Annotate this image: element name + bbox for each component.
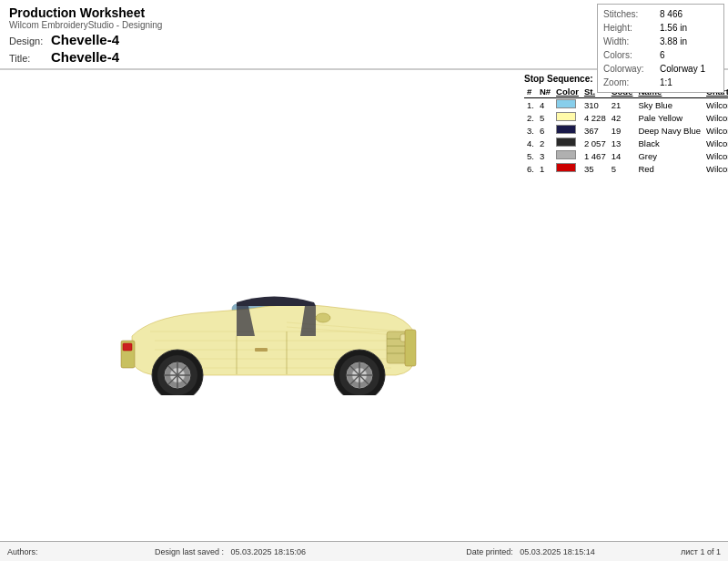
cell-chart: Wilcom: [703, 124, 728, 137]
table-row: 3. 6 367 19 Deep Navy Blue Wilcom: [524, 124, 728, 137]
cell-num: 4.: [524, 137, 537, 149]
cell-chart: Wilcom: [703, 162, 728, 175]
footer-printed-date: 05.03.2025 18:15:14: [520, 547, 595, 556]
info-val: 6: [660, 48, 665, 62]
cell-n: 6: [537, 124, 553, 137]
cell-num: 5.: [524, 149, 537, 162]
cell-st: 310: [581, 98, 609, 112]
cell-color: [553, 111, 581, 124]
cell-color: [553, 124, 581, 137]
table-row: 4. 2 2 057 13 Black Wilcom: [524, 137, 728, 149]
cell-code: 13: [609, 137, 636, 149]
info-val: Colorway 1: [660, 62, 705, 76]
table-row: 6. 1 35 5 Red Wilcom: [524, 162, 728, 175]
cell-code: 19: [609, 124, 636, 137]
info-key: Height:: [603, 21, 656, 35]
cell-code: 21: [609, 98, 636, 112]
cell-code: 14: [609, 149, 636, 162]
footer-saved-label: Design last saved :: [155, 547, 224, 556]
car-svg: [86, 213, 432, 395]
col-header-num: #: [524, 86, 537, 98]
info-row: Height:1.56 in: [603, 21, 718, 35]
cell-name: Deep Navy Blue: [635, 124, 703, 137]
cell-num: 1.: [524, 98, 537, 112]
cell-num: 6.: [524, 162, 537, 175]
cell-name: Red: [635, 162, 703, 175]
design-label: Design:: [9, 36, 46, 46]
main-content: Stop Sequence: # N# Color St. Code Name …: [0, 69, 728, 537]
footer-printed: Date printed: 05.03.2025 18:15:14: [380, 547, 681, 556]
color-swatch: [556, 138, 576, 147]
cell-st: 2 057: [581, 137, 609, 149]
col-header-n: N#: [537, 86, 553, 98]
title-label: Title:: [9, 53, 46, 64]
table-row: 2. 5 4 228 42 Pale Yellow Wilcom: [524, 111, 728, 124]
info-row: Zoom:1:1: [603, 76, 718, 89]
stop-sequence-panel: Stop Sequence: # N# Color St. Code Name …: [519, 70, 728, 537]
info-key: Width:: [603, 35, 656, 48]
color-swatch: [556, 112, 576, 121]
cell-st: 1 467: [581, 149, 609, 162]
cell-chart: Wilcom: [703, 111, 728, 124]
info-row: Colorway:Colorway 1: [603, 62, 718, 76]
cell-n: 2: [537, 137, 553, 149]
svg-point-37: [316, 313, 330, 322]
cell-st: 367: [581, 124, 609, 137]
col-header-color: Color: [553, 86, 581, 98]
color-swatch: [556, 125, 576, 134]
footer-saved: Design last saved : 05.03.2025 18:15:06: [80, 547, 380, 556]
cell-num: 2.: [524, 111, 537, 124]
stop-sequence-table: # N# Color St. Code Name Chart 1. 4 310 …: [524, 86, 728, 175]
cell-code: 5: [609, 162, 636, 175]
cell-st: 35: [581, 162, 609, 175]
info-row: Stitches:8 466: [603, 7, 718, 21]
info-val: 1.56 in: [660, 21, 687, 35]
cell-name: Pale Yellow: [635, 111, 703, 124]
cell-name: Black: [635, 137, 703, 149]
color-swatch: [556, 150, 576, 159]
title-value: Chevelle-4: [51, 49, 119, 65]
info-panel: Stitches:8 466Height:1.56 inWidth:3.88 i…: [597, 4, 724, 93]
cell-n: 1: [537, 162, 553, 175]
cell-name: Grey: [635, 149, 703, 162]
info-val: 1:1: [660, 76, 672, 89]
design-value: Chevelle-4: [51, 32, 119, 47]
cell-code: 42: [609, 111, 636, 124]
svg-rect-16: [123, 343, 132, 351]
cell-chart: Wilcom: [703, 149, 728, 162]
info-key: Stitches:: [603, 7, 656, 21]
info-val: 8 466: [660, 7, 682, 21]
footer-page: лист 1 of 1: [681, 547, 721, 556]
cell-color: [553, 98, 581, 112]
footer-saved-date: 05.03.2025 18:15:06: [231, 547, 307, 556]
cell-color: [553, 149, 581, 162]
cell-color: [553, 162, 581, 175]
cell-st: 4 228: [581, 111, 609, 124]
table-row: 5. 3 1 467 14 Grey Wilcom: [524, 149, 728, 162]
info-val: 3.88 in: [660, 35, 687, 48]
table-row: 1. 4 310 21 Sky Blue Wilcom: [524, 98, 728, 112]
cell-n: 3: [537, 149, 553, 162]
page-footer: Authors: Design last saved : 05.03.2025 …: [0, 541, 728, 561]
info-key: Zoom:: [603, 76, 656, 89]
cell-chart: Wilcom: [703, 98, 728, 112]
info-row: Colors:6: [603, 48, 718, 62]
cell-chart: Wilcom: [703, 137, 728, 149]
info-row: Width:3.88 in: [603, 35, 718, 48]
color-swatch: [556, 99, 576, 108]
cell-color: [553, 137, 581, 149]
svg-rect-14: [405, 330, 416, 366]
footer-printed-label: Date printed:: [466, 547, 513, 556]
cell-num: 3.: [524, 124, 537, 137]
info-key: Colors:: [603, 48, 656, 62]
cell-n: 5: [537, 111, 553, 124]
color-swatch: [556, 163, 576, 172]
info-key: Colorway:: [603, 62, 656, 76]
cell-name: Sky Blue: [635, 98, 703, 112]
footer-authors: Authors:: [7, 547, 80, 556]
car-image-area: [0, 70, 519, 537]
cell-n: 4: [537, 98, 553, 112]
svg-rect-36: [255, 348, 268, 352]
